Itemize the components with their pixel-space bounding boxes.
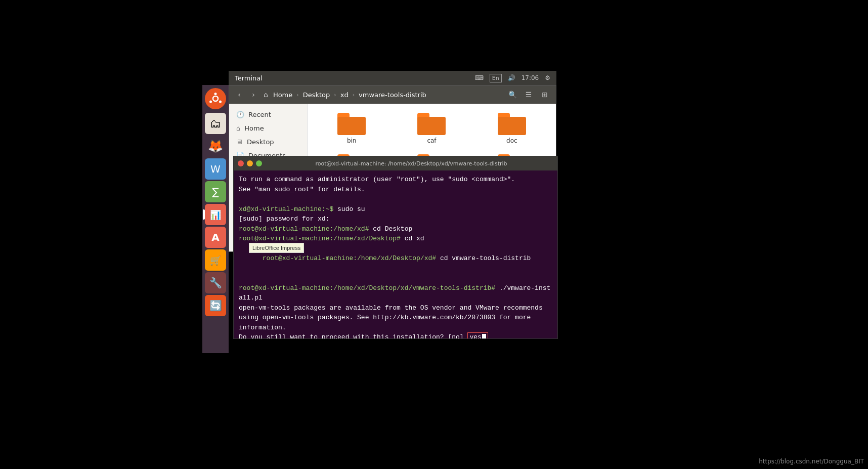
nav-back-button[interactable]: ‹ <box>233 89 245 101</box>
terminal-body[interactable]: To run a command as administrator (user … <box>234 170 557 338</box>
svg-point-3 <box>219 101 222 103</box>
desktop-icon: 🖥 <box>236 138 243 146</box>
window-title: Terminal <box>235 74 474 82</box>
terminal-last-line: Do you still want to proceed with this i… <box>239 332 552 338</box>
launcher-icon-files[interactable]: 🗂 <box>205 113 226 134</box>
terminal-line-8: root@xd-virtual-machine:/home/xd/Desktop… <box>239 283 552 303</box>
sidebar-item-desktop[interactable]: 🖥 Desktop <box>229 135 307 149</box>
launcher-icon-impress[interactable]: 📊 <box>205 204 226 225</box>
launcher-icon-amazon[interactable]: 🛒 <box>205 249 226 271</box>
fm-nav-bar: ‹ › ⌂ Home › Desktop › xd › vmware-tools… <box>229 86 556 104</box>
terminal-title: root@xd-virtual-machine: /home/xd/Deskto… <box>269 160 553 167</box>
breadcrumb: ⌂ Home › Desktop › xd › vmware-tools-dis… <box>264 90 503 100</box>
terminal-line-2: See "man sudo_root" for details. <box>239 185 552 195</box>
nav-grid-button[interactable]: ⊞ <box>538 88 552 102</box>
terminal-line-1: To run a command as administrator (user … <box>239 175 552 185</box>
sidebar-item-recent[interactable]: 🕐 Recent <box>229 108 307 121</box>
time-display: 17:06 <box>522 74 539 81</box>
terminal-line-5: root@xd-virtual-machine:/home/xd# cd Des… <box>239 224 552 234</box>
breadcrumb-xd[interactable]: xd <box>336 90 353 100</box>
breadcrumb-home[interactable]: Home <box>269 90 296 100</box>
launcher-icon-firefox[interactable]: 🦊 <box>205 136 226 157</box>
file-name-caf: caf <box>427 137 436 144</box>
lang-indicator: En <box>490 74 502 82</box>
launcher-icon-ubuntu[interactable] <box>205 88 226 109</box>
terminal-minimize-button[interactable] <box>247 160 253 166</box>
svg-point-2 <box>214 93 217 95</box>
terminal-line-4: [sudo] password for xd: <box>239 214 552 224</box>
breadcrumb-desktop[interactable]: Desktop <box>299 90 334 100</box>
file-name-bin: bin <box>347 137 357 144</box>
breadcrumb-vmware[interactable]: vmware-tools-distrib <box>355 90 430 100</box>
launcher-icon-font-manager[interactable]: A <box>205 227 226 248</box>
sidebar-label-home: Home <box>244 124 264 132</box>
launcher-icon-calc[interactable]: ∑ <box>205 181 226 202</box>
top-bar: Terminal ⌨ En 🔊 17:06 ⚙ <box>229 71 556 85</box>
settings-icon[interactable]: ⚙ <box>545 74 550 81</box>
sidebar-item-home[interactable]: ⌂ Home <box>229 121 307 135</box>
launcher-icon-update-manager[interactable]: 🔄 <box>205 295 226 316</box>
folder-icon-doc <box>498 113 526 135</box>
launcher: 🗂 🦊 W ∑ 📊 A 🛒 🔧 🔄 <box>202 85 229 353</box>
watermark: https://blog.csdn.net/Donggua_BIT <box>759 458 864 465</box>
terminal-line-11: information. <box>239 323 552 333</box>
terminal-window: root@xd-virtual-machine: /home/xd/Deskto… <box>233 156 558 339</box>
breadcrumb-home-icon: ⌂ <box>264 91 268 99</box>
nav-list-button[interactable]: ☰ <box>522 88 536 102</box>
terminal-line-3: xd@xd-virtual-machine:~$ sudo su <box>239 204 552 215</box>
nav-forward-button[interactable]: › <box>247 89 259 101</box>
recent-icon: 🕐 <box>236 111 244 118</box>
file-item-caf[interactable]: caf <box>394 110 469 147</box>
terminal-line-blank <box>239 194 552 204</box>
sidebar-label-recent: Recent <box>248 111 271 118</box>
terminal-line-9: open-vm-tools packages are available fro… <box>239 303 552 313</box>
file-item-doc[interactable]: doc <box>474 110 550 147</box>
file-item-bin[interactable]: bin <box>314 110 389 147</box>
file-name-doc: doc <box>506 137 517 144</box>
terminal-maximize-button[interactable] <box>256 160 262 166</box>
folder-icon-caf <box>417 113 446 135</box>
keyboard-indicator: ⌨ <box>474 74 483 81</box>
volume-indicator: 🔊 <box>508 74 515 81</box>
launcher-icon-writer[interactable]: W <box>205 158 226 180</box>
launcher-icon-system-tools[interactable]: 🔧 <box>205 272 226 293</box>
sidebar-label-desktop: Desktop <box>247 138 274 146</box>
terminal-title-bar: root@xd-virtual-machine: /home/xd/Deskto… <box>234 156 557 170</box>
folder-icon-bin <box>337 113 366 135</box>
libreoffice-tooltip: LibreOffice Impress <box>249 243 304 253</box>
svg-point-4 <box>209 101 212 103</box>
terminal-line-7: root@xd-virtual-machine:/home/xd/Desktop… <box>239 244 552 283</box>
terminal-input: yes <box>467 332 488 338</box>
terminal-cursor <box>482 334 486 338</box>
home-icon: ⌂ <box>236 124 240 132</box>
terminal-line-10: using open-vm-tools packages. See http:/… <box>239 313 552 323</box>
terminal-close-button[interactable] <box>238 160 244 166</box>
nav-search-button[interactable]: 🔍 <box>505 88 519 102</box>
